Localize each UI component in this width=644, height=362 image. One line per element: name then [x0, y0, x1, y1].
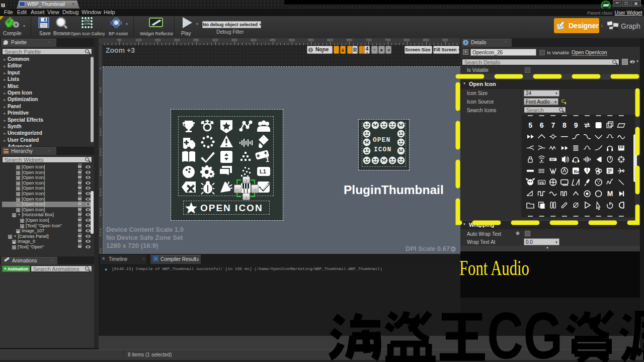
svg-text:7: 7	[551, 122, 555, 130]
svg-text:ICON: ICON	[84, 23, 90, 26]
svg-text:L1: L1	[260, 168, 266, 174]
svg-text:9: 9	[574, 122, 578, 130]
svg-text:CG: CG	[487, 308, 562, 362]
svg-text:VS: VS	[539, 181, 544, 185]
svg-text:AB: AB	[574, 161, 577, 163]
svg-text:6: 6	[540, 122, 544, 130]
svg-text:8: 8	[562, 122, 567, 130]
svg-text:Re: Re	[574, 169, 579, 174]
svg-text:M: M	[607, 190, 613, 198]
svg-text:AES: AES	[540, 161, 544, 163]
svg-text:1: 1	[266, 156, 269, 163]
svg-text:5: 5	[528, 122, 532, 130]
